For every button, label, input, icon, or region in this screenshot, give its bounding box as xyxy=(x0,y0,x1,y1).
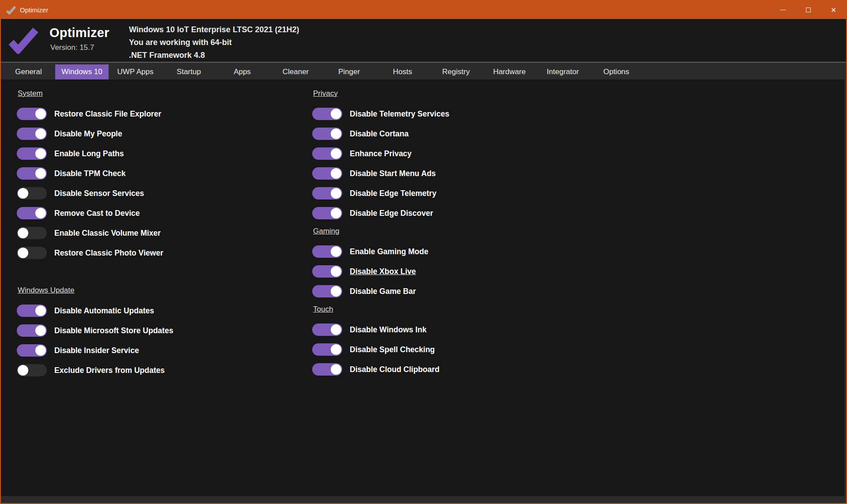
toggle-disable-tpm-check[interactable] xyxy=(17,167,47,180)
tab-general[interactable]: General xyxy=(2,64,55,79)
toggle-label-disable-windows-ink: Disable Windows Ink xyxy=(350,325,427,335)
tab-hosts[interactable]: Hosts xyxy=(376,64,429,79)
tab-cleaner[interactable]: Cleaner xyxy=(269,64,322,79)
toggle-row-disable-edge-telemetry: Disable Edge Telemetry xyxy=(312,187,449,199)
toggle-disable-sensor-services[interactable] xyxy=(17,187,47,199)
toggle-knob xyxy=(35,128,46,139)
toggle-knob xyxy=(331,324,341,335)
toggle-row-restore-classic-photo-viewer: Restore Classic Photo Viewer xyxy=(17,247,173,259)
toggle-row-disable-automatic-updates: Disable Automatic Updates xyxy=(17,305,173,317)
tab-pinger[interactable]: Pinger xyxy=(322,64,376,79)
section-privacy: PrivacyDisable Telemetry ServicesDisable… xyxy=(312,89,449,219)
toggle-label-disable-tpm-check: Disable TPM Check xyxy=(54,169,125,178)
title-bar: Optimizer ✕ xyxy=(1,1,846,19)
maximize-icon xyxy=(806,8,811,12)
toggle-disable-start-menu-ads[interactable] xyxy=(312,167,342,180)
section-windows-update: Windows UpdateDisable Automatic UpdatesD… xyxy=(17,286,173,376)
section-touch: TouchDisable Windows InkDisable Spell Ch… xyxy=(312,305,449,376)
toggle-row-disable-sensor-services: Disable Sensor Services xyxy=(17,187,173,199)
toggle-knob xyxy=(331,168,341,179)
optimizer-window: Optimizer ✕ Optimizer Version: 15.7 Wind… xyxy=(0,0,847,504)
toggle-knob xyxy=(35,345,46,356)
toggle-disable-microsoft-store-updates[interactable] xyxy=(17,324,47,337)
left-column: SystemRestore Classic File ExplorerDisab… xyxy=(17,79,173,384)
toggle-row-exclude-drivers-from-updates: Exclude Drivers from Updates xyxy=(17,364,173,376)
tab-apps[interactable]: Apps xyxy=(216,64,269,79)
toggle-knob xyxy=(35,305,46,316)
app-version: Version: 15.7 xyxy=(50,43,110,52)
toggle-row-disable-spell-checking: Disable Spell Checking xyxy=(312,343,449,356)
tab-uwp-apps[interactable]: UWP Apps xyxy=(109,64,162,79)
maximize-button[interactable] xyxy=(796,1,821,19)
toggle-enable-classic-volume-mixer[interactable] xyxy=(17,227,47,239)
toggle-disable-my-people[interactable] xyxy=(17,128,47,140)
tab-options[interactable]: Options xyxy=(590,64,643,79)
tab-bar: GeneralWindows 10UWP AppsStartupAppsClea… xyxy=(1,63,846,79)
toggle-knob xyxy=(18,188,28,199)
toggle-label-restore-classic-file-explorer: Restore Classic File Explorer xyxy=(54,109,161,119)
toggle-exclude-drivers-from-updates[interactable] xyxy=(17,364,47,376)
section-title-windows-update: Windows Update xyxy=(18,286,173,295)
system-info-os: Windows 10 IoT Enterprise LTSC 2021 (21H… xyxy=(129,23,299,36)
minimize-icon xyxy=(780,10,786,10)
checkmark-logo xyxy=(9,26,38,54)
toggle-row-enable-gaming-mode: Enable Gaming Mode xyxy=(312,245,449,258)
toggle-label-disable-microsoft-store-updates: Disable Microsoft Store Updates xyxy=(54,326,173,335)
toggle-disable-insider-service[interactable] xyxy=(17,344,47,357)
toggle-row-disable-microsoft-store-updates: Disable Microsoft Store Updates xyxy=(17,324,173,337)
toggle-row-disable-windows-ink: Disable Windows Ink xyxy=(312,323,449,336)
toggle-knob xyxy=(35,168,46,179)
toggle-enable-gaming-mode[interactable] xyxy=(312,245,342,258)
toggle-label-disable-automatic-updates: Disable Automatic Updates xyxy=(54,306,154,316)
toggle-disable-automatic-updates[interactable] xyxy=(17,305,47,317)
toggle-disable-windows-ink[interactable] xyxy=(312,323,342,336)
toggle-label-disable-insider-service: Disable Insider Service xyxy=(54,346,139,355)
tab-startup[interactable]: Startup xyxy=(162,64,216,79)
toggle-remove-cast-to-device[interactable] xyxy=(17,207,47,219)
toggle-row-disable-insider-service: Disable Insider Service xyxy=(17,344,173,357)
tab-hardware[interactable]: Hardware xyxy=(483,64,536,79)
minimize-button[interactable] xyxy=(771,1,796,19)
toggle-knob xyxy=(331,344,341,355)
toggle-row-disable-xbox-live: Disable Xbox Live xyxy=(312,265,449,278)
section-system: SystemRestore Classic File ExplorerDisab… xyxy=(17,89,173,259)
toggle-disable-cortana[interactable] xyxy=(312,128,342,140)
tab-integrator[interactable]: Integrator xyxy=(536,64,590,79)
toggle-knob xyxy=(18,248,28,258)
toggle-label-remove-cast-to-device: Remove Cast to Device xyxy=(54,209,140,218)
toggle-label-restore-classic-photo-viewer: Restore Classic Photo Viewer xyxy=(54,248,163,258)
window-controls: ✕ xyxy=(771,1,846,19)
toggle-enhance-privacy[interactable] xyxy=(312,147,342,160)
close-button[interactable]: ✕ xyxy=(821,1,846,19)
toggle-label-disable-my-people: Disable My People xyxy=(54,129,122,139)
app-header: Optimizer Version: 15.7 Windows 10 IoT E… xyxy=(1,19,846,62)
toggle-disable-edge-discover[interactable] xyxy=(312,207,342,219)
toggle-restore-classic-file-explorer[interactable] xyxy=(17,108,47,120)
section-title-privacy: Privacy xyxy=(313,89,449,98)
toggle-knob xyxy=(18,228,28,238)
tab-registry[interactable]: Registry xyxy=(429,64,483,79)
toggle-label-enable-classic-volume-mixer: Enable Classic Volume Mixer xyxy=(54,229,161,238)
toggle-disable-edge-telemetry[interactable] xyxy=(312,187,342,199)
toggle-row-enhance-privacy: Enhance Privacy xyxy=(312,147,449,160)
windows10-tab-page: SystemRestore Classic File ExplorerDisab… xyxy=(1,79,844,496)
toggle-disable-telemetry-services[interactable] xyxy=(312,108,342,120)
toggle-disable-spell-checking[interactable] xyxy=(312,343,342,356)
system-info: Windows 10 IoT Enterprise LTSC 2021 (21H… xyxy=(129,23,299,62)
toggle-row-disable-cortana: Disable Cortana xyxy=(312,128,449,140)
window-title: Optimizer xyxy=(20,6,48,14)
toggle-disable-xbox-live[interactable] xyxy=(312,265,342,278)
section-title-touch: Touch xyxy=(313,305,449,314)
toggle-disable-cloud-clipboard[interactable] xyxy=(312,363,342,376)
toggle-knob xyxy=(331,208,341,218)
tab-windows-10[interactable]: Windows 10 xyxy=(55,64,109,79)
toggle-knob xyxy=(35,148,46,159)
toggle-restore-classic-photo-viewer[interactable] xyxy=(17,247,47,259)
toggle-row-enable-classic-volume-mixer: Enable Classic Volume Mixer xyxy=(17,227,173,239)
toggle-label-exclude-drivers-from-updates: Exclude Drivers from Updates xyxy=(54,366,165,375)
section-gaming: GamingEnable Gaming ModeDisable Xbox Liv… xyxy=(312,227,449,297)
toggle-row-disable-telemetry-services: Disable Telemetry Services xyxy=(312,108,449,120)
toggle-label-disable-start-menu-ads: Disable Start Menu Ads xyxy=(350,169,436,178)
toggle-enable-long-paths[interactable] xyxy=(17,147,47,160)
toggle-disable-game-bar[interactable] xyxy=(312,285,342,297)
